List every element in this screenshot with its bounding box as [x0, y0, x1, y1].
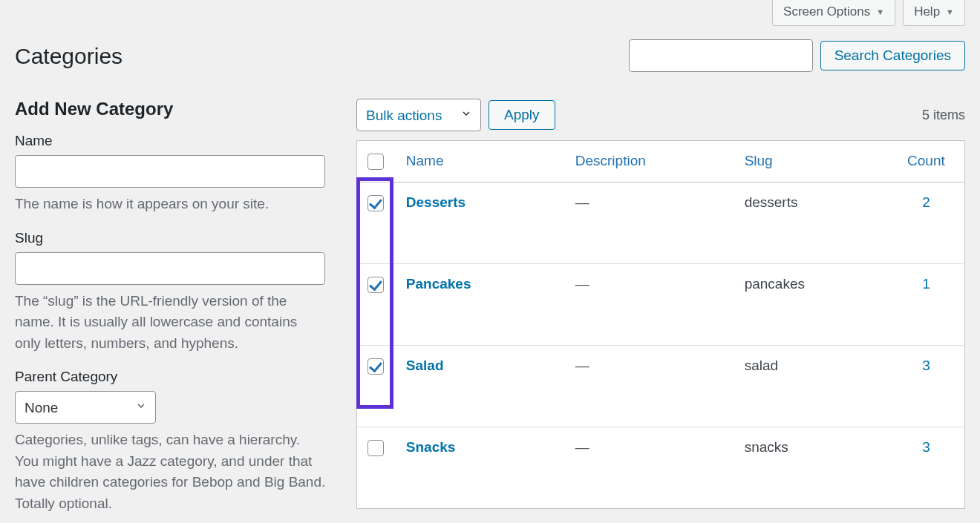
category-slug: salad	[734, 345, 888, 427]
row-checkbox[interactable]	[368, 195, 384, 211]
add-category-heading: Add New Category	[15, 99, 327, 119]
category-link[interactable]: Snacks	[406, 439, 456, 455]
table-header-row: Name Description Slug Count	[357, 141, 965, 182]
parent-category-label: Parent Category	[15, 369, 327, 385]
table-row: Desserts—desserts2	[357, 182, 965, 263]
category-count-link[interactable]: 3	[922, 358, 930, 373]
category-link[interactable]: Pancakes	[406, 276, 471, 292]
category-description: —	[565, 427, 734, 508]
name-input[interactable]	[15, 155, 325, 188]
row-checkbox[interactable]	[368, 277, 384, 293]
help-button[interactable]: Help ▼	[903, 0, 965, 26]
search-categories-button[interactable]: Search Categories	[820, 41, 965, 70]
table-row: Snacks—snacks3	[357, 427, 965, 508]
bulk-actions-select[interactable]: Bulk actions	[356, 99, 481, 131]
category-description: —	[565, 345, 734, 427]
apply-button[interactable]: Apply	[489, 100, 555, 130]
category-link[interactable]: Desserts	[406, 194, 466, 210]
row-checkbox[interactable]	[368, 440, 384, 456]
column-header-slug[interactable]: Slug	[745, 153, 773, 168]
screen-options-label: Screen Options	[783, 4, 870, 19]
table-row: Salad—salad3	[357, 345, 965, 427]
screen-options-button[interactable]: Screen Options ▼	[772, 0, 895, 26]
category-description: —	[565, 263, 734, 345]
column-header-count[interactable]: Count	[907, 153, 945, 168]
row-checkbox[interactable]	[368, 358, 384, 375]
name-label: Name	[15, 133, 327, 149]
category-slug: pancakes	[734, 263, 888, 345]
table-row: Pancakes—pancakes1	[357, 263, 965, 345]
slug-input[interactable]	[15, 252, 325, 285]
category-link[interactable]: Salad	[406, 358, 444, 373]
slug-label: Slug	[15, 230, 327, 246]
category-count-link[interactable]: 1	[922, 276, 930, 292]
chevron-down-icon: ▼	[946, 7, 954, 16]
search-input[interactable]	[629, 39, 813, 72]
category-slug: snacks	[734, 427, 888, 508]
category-count-link[interactable]: 2	[922, 194, 930, 210]
column-header-description[interactable]: Description	[575, 153, 646, 168]
category-slug: desserts	[734, 182, 888, 263]
categories-table: Name Description Slug Count Desserts—des…	[356, 140, 965, 509]
category-count-link[interactable]: 3	[922, 439, 930, 455]
category-description: —	[565, 182, 734, 263]
help-label: Help	[914, 4, 940, 19]
chevron-down-icon: ▼	[876, 7, 884, 16]
slug-description: The “slug” is the URL-friendly version o…	[15, 291, 327, 355]
column-header-name[interactable]: Name	[406, 153, 444, 168]
parent-category-description: Categories, unlike tags, can have a hier…	[15, 430, 327, 514]
parent-category-select[interactable]: None	[15, 391, 156, 424]
select-all-checkbox[interactable]	[368, 154, 384, 170]
name-description: The name is how it appears on your site.	[15, 194, 327, 215]
items-count: 5 items	[922, 108, 965, 123]
